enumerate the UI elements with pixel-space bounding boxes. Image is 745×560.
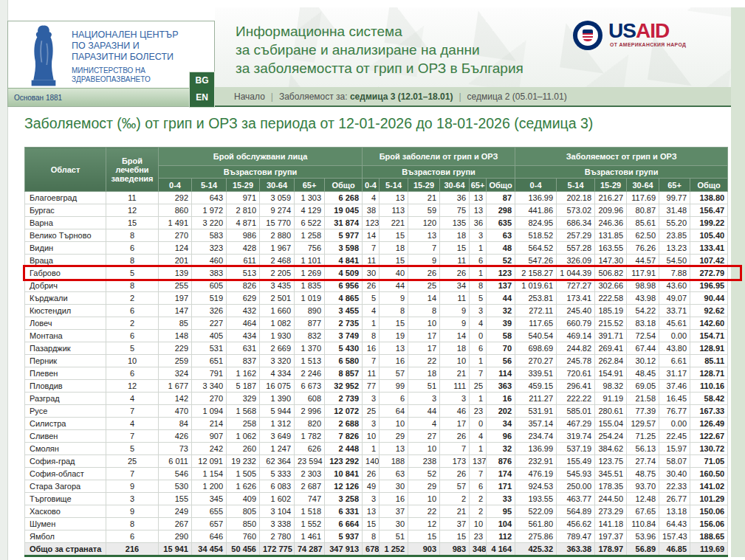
age-col-header: 30-64 — [440, 179, 470, 192]
incidence-cell: 83.18 — [627, 317, 659, 330]
served-cell: 1 200 — [192, 480, 227, 493]
served-cell: 426 — [159, 430, 192, 443]
cases-cell: 2 — [470, 505, 487, 518]
nav-week-current[interactable]: седмица 3 (12.01–18.01) — [350, 91, 453, 102]
usaid-emblem-icon — [573, 21, 602, 50]
cases-cell: 171 — [487, 480, 515, 493]
cases-cell: 44 — [408, 405, 440, 418]
incidence-cell: 138.80 — [690, 192, 728, 204]
served-cell: 139 — [159, 267, 192, 280]
region-name-cell: Смолян — [25, 443, 106, 455]
age-col-header: Общо — [690, 179, 728, 192]
region-row: Велико Търново82705839862 8801 2585 9771… — [25, 229, 728, 242]
incidence-cell: 130.72 — [690, 443, 728, 455]
header-banner: Информационна система за събиране и анал… — [215, 7, 731, 87]
cases-cell: 40 — [380, 267, 408, 280]
served-cell: 608 — [295, 393, 325, 405]
cases-cell: 14 — [440, 330, 470, 342]
cases-cell: 49 — [363, 480, 380, 493]
facilities-cell: 9 — [106, 505, 159, 518]
incidence-cell: 48.75 — [627, 468, 659, 480]
incidence-cell: 540.54 — [515, 330, 557, 342]
cases-cell: 16 — [487, 393, 515, 405]
incidence-cell: 167.33 — [690, 405, 728, 418]
served-cell: 6 331 — [325, 505, 363, 518]
lang-bg-button[interactable]: BG — [190, 72, 214, 89]
cases-cell: 113 — [380, 204, 408, 217]
served-cell: 1 247 — [260, 443, 295, 455]
cases-cell: 23 — [470, 530, 487, 543]
nav-week-previous[interactable]: седмица 2 (05.01–11.01) — [467, 91, 567, 102]
served-cell: 460 — [192, 255, 227, 267]
incidence-cell: 71.25 — [627, 430, 659, 443]
served-cell: 383 — [192, 267, 227, 280]
served-cell: 546 — [159, 468, 192, 480]
cases-cell: 13 — [380, 342, 408, 355]
served-cell: 434 — [227, 330, 260, 342]
cases-cell: 16 — [363, 342, 380, 355]
page-title: Заболяемост (‰) от грип и ОРЗ за периода… — [24, 115, 593, 132]
served-cell: 1 303 — [295, 192, 325, 204]
cases-cell: 37 — [380, 505, 408, 518]
cases-cell: 13 — [380, 443, 408, 455]
cases-cell: 21 — [440, 367, 470, 380]
cases-cell: 140 — [363, 455, 380, 468]
region-row: Добрич82556058263 4351 8356 956264425348… — [25, 280, 728, 292]
cases-cell: 15 — [380, 317, 408, 330]
incidence-cell: 107.42 — [690, 255, 728, 267]
cases-cell: 17 — [408, 330, 440, 342]
nav-link-home[interactable]: Начало — [234, 91, 265, 102]
served-cell: 5 430 — [325, 342, 363, 355]
incidence-cell: 245.40 — [557, 305, 595, 317]
incidence-cell: 133.41 — [690, 242, 728, 255]
cases-cell: 37 — [440, 518, 470, 530]
served-cell: 1 782 — [295, 430, 325, 443]
served-cell: 270 — [159, 229, 192, 242]
region-name-cell: Търговище — [25, 493, 106, 505]
cases-cell: 4 — [408, 418, 440, 430]
served-cell: 6 956 — [325, 280, 363, 292]
cases-cell: 4 — [363, 192, 380, 204]
cases-cell: 13 — [470, 204, 487, 217]
cases-cell: 30 — [380, 480, 408, 493]
incidence-cell: 215.52 — [595, 317, 627, 330]
served-cell: 34 454 — [192, 543, 227, 556]
facilities-cell: 25 — [106, 455, 159, 468]
cases-cell: 52 — [408, 468, 440, 480]
incidence-cell: 425.32 — [515, 543, 557, 556]
region-name-cell: Разград — [25, 393, 106, 405]
incidence-cell: 154.71 — [690, 330, 728, 342]
incidence-cell: 384.62 — [595, 443, 627, 455]
served-cell: 3 320 — [260, 355, 295, 367]
cases-cell: 238 — [408, 455, 440, 468]
ncipd-logo-block[interactable]: НАЦИОНАЛЕН ЦЕНТЪР ПО ЗАРАЗНИ И ПАРАЗИТНИ… — [7, 21, 215, 107]
cases-cell: 12 — [408, 518, 440, 530]
age-col-header: 65+ — [659, 179, 690, 192]
incidence-cell: 262.84 — [595, 355, 627, 367]
incidence-cell: 537.19 — [557, 443, 595, 455]
cases-cell: 137 — [470, 455, 487, 468]
incidence-cell: 6.61 — [659, 355, 690, 367]
cases-cell: 1 — [470, 242, 487, 255]
served-cell: 747 — [295, 493, 325, 505]
cases-cell: 36 — [470, 217, 487, 229]
incidence-cell: 12.48 — [627, 493, 659, 505]
served-cell: 643 — [192, 192, 227, 204]
facilities-cell: 6 — [106, 330, 159, 342]
cases-cell: 3 — [440, 393, 470, 405]
served-cell: 1 258 — [295, 229, 325, 242]
served-cell: 1 491 — [159, 217, 192, 229]
cases-cell: 95 — [487, 505, 515, 518]
cases-cell: 7 — [408, 242, 440, 255]
usaid-wordmark: USAID — [608, 21, 669, 41]
incidence-cell: 245.78 — [557, 355, 595, 367]
cases-cell: 77 — [363, 380, 380, 393]
region-name-cell: Перник — [25, 355, 106, 367]
cases-cell: 3 — [408, 393, 440, 405]
served-cell: 4 841 — [325, 255, 363, 267]
served-cell: 2 996 — [295, 405, 325, 418]
cases-cell: 26 — [363, 468, 380, 480]
lang-en-button[interactable]: EN — [190, 89, 214, 106]
served-cell: 1 626 — [227, 480, 260, 493]
facilities-cell: 5 — [106, 443, 159, 455]
